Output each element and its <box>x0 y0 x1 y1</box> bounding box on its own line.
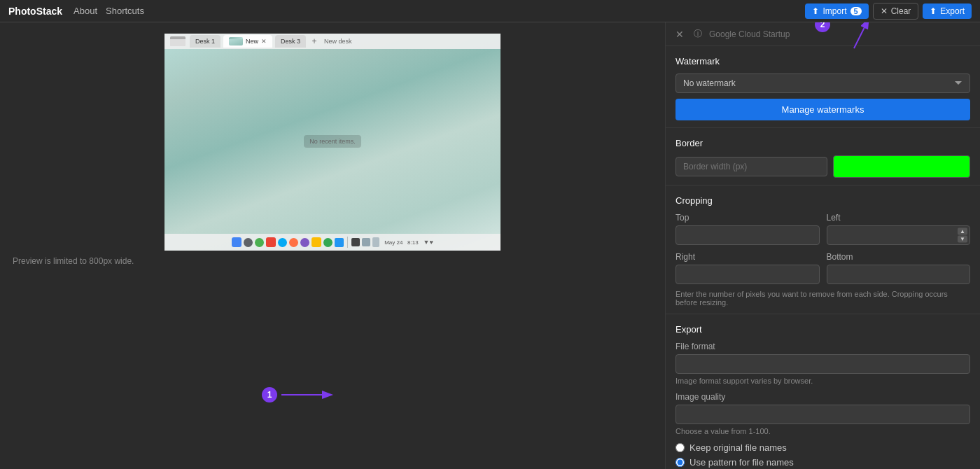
tab-desk3[interactable]: Desk 3 <box>275 35 306 48</box>
annotation-2-arrow <box>833 22 875 52</box>
import-icon: ⬆ <box>812 6 819 16</box>
radio-original-label[interactable]: Keep original file names <box>676 442 970 453</box>
crop-top-field: Top 0 <box>676 213 820 245</box>
info-icon: ⓘ <box>691 27 705 41</box>
preview-note: Preview is limited to 800px wide. <box>11 256 134 266</box>
sidebar: ✕ ⓘ 2 Watermark <box>665 22 980 469</box>
tab-desk1-label: Desk 1 <box>195 38 215 45</box>
crop-bottom-label: Bottom <box>827 252 971 262</box>
crop-top-wrap: 0 <box>676 225 820 245</box>
dock-icon-5 <box>289 238 298 247</box>
main-layout: Desk 1 New ✕ Desk 3 + New desk <box>0 22 980 469</box>
mac-dock: May 24 8:13 ▼♥ <box>164 234 500 251</box>
crop-left-input[interactable]: 0 <box>827 225 971 245</box>
border-section: Border <box>666 128 980 186</box>
status-icons: ▼♥ <box>424 239 433 246</box>
import-badge: 5 <box>850 7 862 15</box>
manage-watermarks-button[interactable]: Manage watermarks <box>676 99 970 120</box>
crop-left-spinners: ▲ ▼ <box>958 228 967 243</box>
file-format-label: File format <box>676 342 970 351</box>
export-button[interactable]: ⬆ Export <box>923 4 972 19</box>
clear-icon: ✕ <box>881 6 888 16</box>
clear-button[interactable]: ✕ Clear <box>873 3 919 20</box>
radio-pattern-text: Use pattern for file names <box>690 457 794 468</box>
crop-left-wrap: 0 ▲ ▼ <box>827 225 971 245</box>
crop-note: Enter the number of pixels you want to r… <box>676 290 970 307</box>
radio-original[interactable] <box>676 443 685 452</box>
crop-left-label: Left <box>827 213 971 223</box>
crop-bottom-wrap: 0 <box>827 265 971 284</box>
annotation-1-number: 1 <box>267 390 272 400</box>
format-note: Image format support varies by browser. <box>676 377 970 385</box>
annotation-2-number: 2 <box>820 22 825 29</box>
app-title: PhotoStack <box>8 6 62 17</box>
clock: May 24 8:13 <box>384 239 418 246</box>
dock-icon-chrome <box>232 237 241 247</box>
border-title: Border <box>676 138 970 148</box>
dock-icon-6 <box>300 238 309 247</box>
mac-tabbar: Desk 1 New ✕ Desk 3 + New desk <box>164 34 500 49</box>
annotation-1-circle: 1 <box>262 387 277 402</box>
cropping-section: Cropping Top 0 Left 0 ▲ ▼ <box>666 186 980 314</box>
radio-original-text: Keep original file names <box>690 442 787 453</box>
svg-line-1 <box>854 22 868 48</box>
canvas-area: Desk 1 New ✕ Desk 3 + New desk <box>0 22 665 469</box>
sidebar-search-row: ✕ ⓘ 2 <box>666 22 980 46</box>
crop-right-label: Right <box>676 252 820 262</box>
no-recent-label: No recent items. <box>304 135 361 148</box>
dock-icon-7 <box>312 237 321 247</box>
export-title: Export <box>676 324 970 335</box>
dock-icon-11 <box>362 238 370 246</box>
dock-icon-1 <box>244 238 253 247</box>
dock-icon-9 <box>335 238 344 247</box>
border-width-input[interactable] <box>676 157 827 176</box>
quality-input[interactable]: 92 <box>676 405 970 424</box>
watermark-section: Watermark No watermark Manage watermarks <box>666 46 980 128</box>
nav-shortcuts[interactable]: Shortcuts <box>106 6 144 16</box>
new-desk-label: New desk <box>324 38 352 45</box>
annotation-1-arrow <box>280 388 336 402</box>
dock-separator <box>347 237 348 248</box>
dock-icon-10 <box>351 238 360 246</box>
quality-note: Choose a value from 1-100. <box>676 427 970 435</box>
nav-about[interactable]: About <box>74 6 97 16</box>
watermark-select[interactable]: No watermark <box>676 74 970 93</box>
tab-desk1[interactable]: Desk 1 <box>190 35 220 48</box>
dock-icon-2 <box>255 238 264 247</box>
crop-right-input[interactable]: 0 <box>676 265 820 284</box>
crop-right-field: Right 0 <box>676 252 820 284</box>
image-preview: Desk 1 New ✕ Desk 3 + New desk <box>164 34 500 251</box>
clear-label: Clear <box>891 6 911 16</box>
export-icon: ⬆ <box>930 6 937 16</box>
desktop-content: No recent items. <box>164 49 500 234</box>
cropping-title: Cropping <box>676 195 970 206</box>
dock-icon-8 <box>323 238 332 247</box>
watermark-title: Watermark <box>676 56 970 66</box>
sidebar-close-btn[interactable]: ✕ <box>673 27 687 41</box>
radio-pattern-label[interactable]: Use pattern for file names <box>676 457 970 468</box>
quality-label: Image quality <box>676 392 970 402</box>
tab-new-label: New <box>246 38 258 45</box>
crop-bottom-input[interactable]: 0 <box>827 265 971 284</box>
crop-left-field: Left 0 ▲ ▼ <box>827 213 971 245</box>
crop-left-up[interactable]: ▲ <box>958 228 967 235</box>
crop-grid: Top 0 Left 0 ▲ ▼ <box>676 213 970 284</box>
crop-top-input[interactable]: 0 <box>676 225 820 245</box>
annotation-1-container: 1 <box>262 387 336 402</box>
tab-new-close[interactable]: ✕ <box>261 38 267 45</box>
crop-bottom-field: Bottom 0 <box>827 252 971 284</box>
tab-add-button[interactable]: + <box>309 36 320 47</box>
tab-desk3-label: Desk 3 <box>281 38 300 45</box>
export-label: Export <box>940 6 965 16</box>
dock-icon-3 <box>266 237 276 247</box>
export-section: Export File format JPEG (.jpg) Image for… <box>666 314 980 469</box>
radio-pattern[interactable] <box>676 458 685 467</box>
tab-new[interactable]: New ✕ <box>223 35 272 48</box>
topbar: PhotoStack About Shortcuts ⬆ Import 5 ✕ … <box>0 0 980 22</box>
border-color-swatch[interactable] <box>833 155 971 178</box>
file-format-input[interactable]: JPEG (.jpg) <box>676 354 970 374</box>
crop-left-down[interactable]: ▼ <box>958 236 967 243</box>
import-button[interactable]: ⬆ Import 5 <box>805 4 868 19</box>
crop-top-label: Top <box>676 213 820 223</box>
crop-right-wrap: 0 <box>676 265 820 284</box>
